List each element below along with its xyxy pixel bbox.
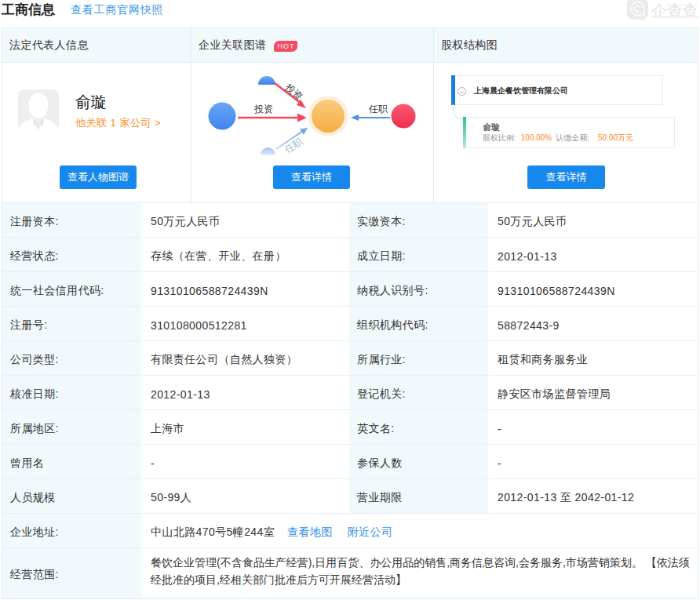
svg-text:任职: 任职 bbox=[282, 136, 304, 156]
svg-text:投资: 投资 bbox=[283, 82, 304, 103]
svg-text:任职: 任职 bbox=[368, 104, 388, 115]
svg-text:投资: 投资 bbox=[253, 104, 273, 115]
